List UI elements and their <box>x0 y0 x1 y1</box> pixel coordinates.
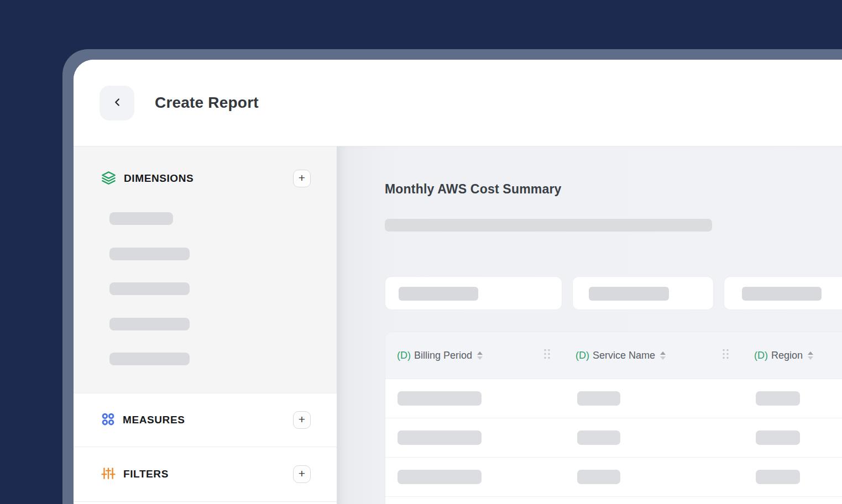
layers-icon <box>101 170 116 187</box>
table-row <box>385 379 842 418</box>
skeleton-bar <box>742 287 822 301</box>
add-dimension-button[interactable]: + <box>293 170 311 187</box>
sliders-icon <box>101 466 116 482</box>
sort-arrows-icon[interactable] <box>660 351 666 360</box>
skeleton-bar <box>109 212 173 225</box>
table-header-row: (D) Billing Period (D) Service Name <box>385 332 842 379</box>
filters-header: FILTERS + <box>74 465 337 484</box>
app-body: DIMENSIONS + <box>74 146 842 504</box>
report-title: Monthly AWS Cost Summary <box>385 182 562 197</box>
column-label: Region <box>771 350 803 361</box>
sort-arrows-icon[interactable] <box>808 351 813 360</box>
measures-header: MEASURES + <box>74 411 337 429</box>
filters-label: FILTERS <box>123 468 169 480</box>
drag-handle-icon[interactable] <box>722 349 729 363</box>
skeleton-cell <box>398 391 482 406</box>
summary-card[interactable] <box>724 276 842 310</box>
sort-arrows-icon[interactable] <box>477 351 483 360</box>
back-button[interactable] <box>100 86 134 120</box>
dimensions-header: DIMENSIONS + <box>74 169 337 188</box>
dimension-prefix: (D) <box>576 350 589 361</box>
dimensions-label: DIMENSIONS <box>124 172 193 185</box>
sidebar-next-section-partial <box>74 501 337 504</box>
report-table: (D) Billing Period (D) Service Name <box>385 332 842 504</box>
table-row <box>385 418 842 458</box>
skeleton-bar <box>109 353 190 365</box>
sidebar-section-filters: FILTERS + <box>74 447 337 501</box>
screen: Create Report DIMENSIONS + <box>0 0 842 504</box>
skeleton-bar <box>589 287 669 301</box>
create-report-window: Create Report DIMENSIONS + <box>74 60 842 504</box>
table-row-partial <box>385 497 842 504</box>
skeleton-cell <box>756 431 800 445</box>
drag-handle-icon[interactable] <box>543 349 551 363</box>
column-label: Billing Period <box>414 350 472 361</box>
chevron-left-icon <box>111 96 123 110</box>
column-header-service-name[interactable]: (D) Service Name <box>564 332 742 379</box>
dimension-prefix: (D) <box>754 350 768 361</box>
add-filter-button[interactable]: + <box>293 465 311 483</box>
dimension-prefix: (D) <box>397 350 411 361</box>
skeleton-cell <box>756 391 800 406</box>
skeleton-bar <box>109 318 190 330</box>
description-skeleton <box>385 219 712 232</box>
skeleton-cell <box>398 470 482 484</box>
skeleton-cell <box>577 470 620 484</box>
top-header: Create Report <box>74 60 842 146</box>
add-measure-button[interactable]: + <box>293 411 311 429</box>
skeleton-bar <box>109 282 190 295</box>
skeleton-cell <box>398 431 482 445</box>
page-title: Create Report <box>155 94 259 112</box>
dimensions-skeleton-list <box>109 212 190 388</box>
skeleton-cell <box>577 431 620 445</box>
column-header-billing-period[interactable]: (D) Billing Period <box>385 332 564 379</box>
summary-card[interactable] <box>385 276 562 310</box>
skeleton-cell <box>577 391 620 406</box>
skeleton-bar <box>399 287 478 301</box>
sidebar: DIMENSIONS + <box>74 146 337 504</box>
skeleton-bar <box>109 248 190 260</box>
table-row <box>385 458 842 497</box>
measures-label: MEASURES <box>123 414 185 426</box>
skeleton-cell <box>756 470 800 484</box>
summary-card[interactable] <box>572 276 714 310</box>
report-canvas: Monthly AWS Cost Summary (D) Billing Per… <box>337 146 842 504</box>
sidebar-section-dimensions: DIMENSIONS + <box>74 146 337 393</box>
column-header-region[interactable]: (D) Region <box>742 332 842 379</box>
summary-cards <box>385 276 842 310</box>
grid-dots-icon <box>101 412 115 428</box>
sidebar-section-measures: MEASURES + <box>74 393 337 447</box>
column-label: Service Name <box>593 350 655 361</box>
